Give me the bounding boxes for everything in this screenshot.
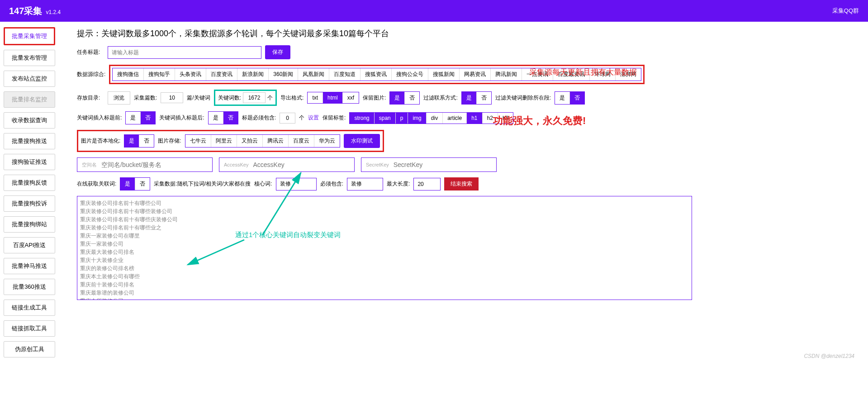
insert-after-toggle[interactable]: 是 否 <box>208 111 238 124</box>
insert-after-label: 关键词插入标题后: <box>159 114 204 122</box>
sidebar-item-15[interactable]: 伪原创工具 <box>4 341 55 357</box>
app-version: v1.2.4 <box>46 9 61 15</box>
src-tags-0[interactable]: 搜狗微信 <box>113 68 144 81</box>
core-label: 核心词: <box>254 180 272 188</box>
task-title-input[interactable] <box>108 46 261 59</box>
sidebar-item-11[interactable]: 批量神马推送 <box>4 258 55 274</box>
src-tags-5[interactable]: 360新闻 <box>269 68 298 81</box>
max-input[interactable] <box>413 178 441 190</box>
sidebar-item-2[interactable]: 发布站点监控 <box>4 71 55 87</box>
browse-button[interactable]: 浏览 <box>108 91 130 105</box>
kw-count-input[interactable] <box>243 92 266 103</box>
src-tags-6[interactable]: 凤凰新闻 <box>298 68 329 81</box>
sidebar-item-7[interactable]: 批量搜狗反馈 <box>4 175 55 191</box>
count-unit: 篇/关键词 <box>187 94 210 102</box>
note-source: 采集源每天更新且拥有大量数据 <box>529 67 637 77</box>
fmt-tags-2[interactable]: xxf <box>343 92 359 103</box>
html-tags-6[interactable]: h1 <box>467 113 482 124</box>
note-power: 功能强大，永久免费! <box>493 114 586 128</box>
fmt-tags-0[interactable]: txt <box>308 92 323 103</box>
filter-toggle[interactable]: 是 否 <box>555 91 585 105</box>
cloud-tags-0[interactable]: 七牛云 <box>185 135 211 147</box>
keep-tag-label: 保留标签: <box>323 114 346 122</box>
fmt-tags-1[interactable]: html <box>323 92 343 103</box>
space-field[interactable]: 空间名 <box>77 157 213 172</box>
storage-label: 存放目录: <box>77 94 104 102</box>
sidebar-nav: 批量采集管理批量发布管理发布站点监控批量排名监控收录数据查询批量搜狗推送搜狗验证… <box>0 22 59 363</box>
set-link[interactable]: 设置 <box>308 114 319 122</box>
sidebar-item-4[interactable]: 收录数据查询 <box>4 112 55 129</box>
must-contain-label: 标题必须包含: <box>242 114 276 122</box>
insert-before-toggle[interactable]: 是 否 <box>125 111 156 124</box>
html-tags: strongspanpimgdivarticleh1h2h3 <box>349 112 513 124</box>
space-input[interactable] <box>101 161 208 168</box>
core-input[interactable] <box>276 178 317 190</box>
html-tags-0[interactable]: strong <box>350 113 374 124</box>
src-tags-9[interactable]: 搜狗公众号 <box>392 68 428 81</box>
src-tags-3[interactable]: 百度资讯 <box>206 68 237 81</box>
must-unit: 个 <box>299 114 304 122</box>
qq-group-link[interactable]: 采集QQ群 <box>832 7 859 15</box>
sidebar-item-13[interactable]: 链接生成工具 <box>4 300 55 316</box>
contact-toggle[interactable]: 是 否 <box>461 91 492 105</box>
sidebar-item-5[interactable]: 批量搜狗推送 <box>4 133 55 149</box>
accesskey-input[interactable] <box>253 161 350 168</box>
online-src-label: 采集数据:随机下拉词/相关词/大家都在搜 <box>154 180 251 188</box>
hint-text: 提示：关键词数最多1000个，采集数据源多个轮训，每个关键词最多采集10篇每个平… <box>77 28 859 39</box>
sidebar-item-14[interactable]: 链接抓取工具 <box>4 320 55 337</box>
keep-img-toggle[interactable]: 是 否 <box>389 91 420 105</box>
sidebar-item-0[interactable]: 批量采集管理 <box>4 27 55 45</box>
sidebar-item-6[interactable]: 搜狗验证推送 <box>4 154 55 170</box>
keep-img-label: 保留图片: <box>363 94 386 102</box>
cloud-tags-1[interactable]: 阿里云 <box>211 135 237 147</box>
html-tags-4[interactable]: div <box>427 113 443 124</box>
count-input[interactable] <box>161 92 183 103</box>
save-button[interactable]: 保存 <box>265 45 290 59</box>
kw-count-label: 关键词数: <box>218 94 241 102</box>
html-tags-3[interactable]: img <box>408 113 426 124</box>
watermark-test-button[interactable]: 水印测试 <box>344 134 380 148</box>
src-tags-10[interactable]: 搜狐新闻 <box>428 68 460 81</box>
html-tags-2[interactable]: p <box>396 113 408 124</box>
must-label: 必须包含: <box>320 180 343 188</box>
must-input[interactable] <box>347 178 383 190</box>
online-kw-label: 在线获取关联词: <box>77 180 116 188</box>
insert-before-label: 关键词插入标题前: <box>77 114 122 122</box>
accesskey-field[interactable]: AccessKey <box>219 157 355 172</box>
src-tags-1[interactable]: 搜狗知乎 <box>144 68 175 81</box>
src-tags-12[interactable]: 腾讯新闻 <box>491 68 522 81</box>
local-img-toggle[interactable]: 是 否 <box>124 134 154 148</box>
source-label: 数据源综合: <box>77 71 105 78</box>
secretkey-field[interactable]: SecretKey <box>361 157 497 172</box>
watermark-text: CSDN @denzel1234 <box>804 353 854 359</box>
html-tags-1[interactable]: span <box>375 113 396 124</box>
end-search-button[interactable]: 结束搜索 <box>444 177 479 190</box>
cloud-tags-2[interactable]: 又拍云 <box>237 135 263 147</box>
src-tags-11[interactable]: 网易资讯 <box>460 68 491 81</box>
cloud-tags-3[interactable]: 腾讯云 <box>263 135 289 147</box>
contact-label: 过滤联系方式: <box>423 94 457 102</box>
local-img-label: 图片是否本地化: <box>81 137 120 145</box>
cloud-tags-4[interactable]: 百度云 <box>289 135 314 147</box>
sidebar-item-1[interactable]: 批量发布管理 <box>4 50 55 66</box>
img-store-label: 图片存储: <box>158 137 181 145</box>
src-tags-7[interactable]: 百度知道 <box>329 68 360 81</box>
must-contain-input[interactable] <box>280 113 295 124</box>
sidebar-item-8[interactable]: 批量搜狗投诉 <box>4 195 55 212</box>
src-tags-4[interactable]: 新浪新闻 <box>237 68 269 81</box>
max-label: 最大长度: <box>387 180 410 188</box>
sidebar-item-12[interactable]: 批量360推送 <box>4 279 55 295</box>
sidebar-item-10[interactable]: 百度API推送 <box>4 237 55 253</box>
sidebar-item-9[interactable]: 批量搜狗绑站 <box>4 216 55 233</box>
sidebar-item-3[interactable]: 批量排名监控 <box>4 91 55 108</box>
cloud-tags: 七牛云阿里云又拍云腾讯云百度云华为云 <box>185 134 340 148</box>
html-tags-5[interactable]: article <box>443 113 467 124</box>
main-content: 提示：关键词数最多1000个，采集数据源多个轮训，每个关键词最多采集10篇每个平… <box>59 22 868 363</box>
cloud-tags-5[interactable]: 华为云 <box>314 135 340 147</box>
count-label: 采集篇数: <box>134 94 157 102</box>
keywords-textarea[interactable] <box>77 196 692 300</box>
online-kw-toggle[interactable]: 是 否 <box>120 177 150 190</box>
src-tags-8[interactable]: 搜狐资讯 <box>360 68 392 81</box>
src-tags-2[interactable]: 头条资讯 <box>175 68 206 81</box>
secretkey-input[interactable] <box>394 161 492 168</box>
